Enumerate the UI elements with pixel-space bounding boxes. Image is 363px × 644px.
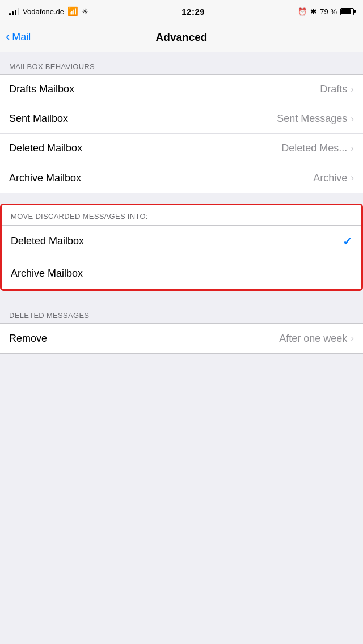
signal-bar-2 <box>12 11 14 15</box>
wifi-icon: 📶 <box>67 6 78 16</box>
drafts-mailbox-label: Drafts Mailbox <box>9 83 74 95</box>
deleted-mailbox-right: Deleted Mes... › <box>281 142 354 154</box>
status-left: Vodafone.de 📶 ✳ <box>9 6 88 16</box>
back-chevron-icon: ‹ <box>6 31 10 43</box>
sent-mailbox-value: Sent Messages <box>277 113 347 125</box>
page-title: Advanced <box>156 31 208 44</box>
deleted-messages-header: DELETED MESSAGES <box>0 301 363 323</box>
deleted-mailbox-option-row[interactable]: Deleted Mailbox ✓ <box>2 226 361 257</box>
archive-mailbox-option-row[interactable]: Archive Mailbox <box>2 257 361 289</box>
battery-container <box>340 8 354 15</box>
drafts-mailbox-row[interactable]: Drafts Mailbox Drafts › <box>0 75 363 104</box>
deleted-chevron-icon: › <box>351 143 354 154</box>
remove-label: Remove <box>9 333 47 345</box>
remove-right: After one week › <box>279 333 354 345</box>
archive-mailbox-right: Archive › <box>313 172 354 184</box>
deleted-mailbox-option-label: Deleted Mailbox <box>11 235 84 247</box>
checkmark-icon: ✓ <box>343 235 352 248</box>
move-discarded-section: MOVE DISCARDED MESSAGES INTO: Deleted Ma… <box>0 204 363 291</box>
signal-bar-3 <box>15 10 16 15</box>
alarm-icon: ⏰ <box>298 7 307 16</box>
drafts-chevron-icon: › <box>351 84 354 95</box>
battery-icon <box>340 8 354 15</box>
back-button[interactable]: ‹ Mail <box>6 31 31 43</box>
sent-mailbox-label: Sent Mailbox <box>9 113 68 125</box>
bluetooth-icon: ✱ <box>310 7 316 16</box>
archive-chevron-icon: › <box>351 172 354 184</box>
sent-mailbox-right: Sent Messages › <box>277 113 354 125</box>
battery-percent-label: 79 % <box>320 7 337 16</box>
status-bar: Vodafone.de 📶 ✳ 12:29 ⏰ ✱ 79 % <box>0 0 363 23</box>
nav-bar: ‹ Mail Advanced <box>0 23 363 52</box>
archive-mailbox-value: Archive <box>313 172 347 184</box>
remove-row[interactable]: Remove After one week › <box>0 324 363 353</box>
archive-mailbox-row[interactable]: Archive Mailbox Archive › <box>0 163 363 193</box>
signal-bar-4 <box>18 8 19 15</box>
archive-mailbox-option-label: Archive Mailbox <box>11 268 83 279</box>
mailbox-behaviours-header: MAILBOX BEHAVIOURS <box>0 52 363 74</box>
status-right: ⏰ ✱ 79 % <box>298 7 354 16</box>
move-discarded-header: MOVE DISCARDED MESSAGES INTO: <box>2 205 361 226</box>
move-discarded-group: Deleted Mailbox ✓ Archive Mailbox <box>2 226 361 289</box>
drafts-mailbox-right: Drafts › <box>320 83 354 95</box>
remove-value: After one week <box>279 333 347 345</box>
battery-fill <box>341 9 351 14</box>
drafts-mailbox-value: Drafts <box>320 83 347 95</box>
signal-bars <box>9 7 19 15</box>
deleted-mailbox-label: Deleted Mailbox <box>9 142 82 154</box>
carrier-label: Vodafone.de <box>23 7 64 16</box>
spacer-2 <box>0 291 363 301</box>
deleted-mailbox-row[interactable]: Deleted Mailbox Deleted Mes... › <box>0 134 363 163</box>
mailbox-behaviours-group: Drafts Mailbox Drafts › Sent Mailbox Sen… <box>0 74 363 193</box>
sent-mailbox-row[interactable]: Sent Mailbox Sent Messages › <box>0 104 363 134</box>
loading-icon: ✳ <box>82 7 88 16</box>
archive-mailbox-label: Archive Mailbox <box>9 172 81 184</box>
remove-chevron-icon: › <box>351 333 354 344</box>
signal-bar-1 <box>9 13 11 15</box>
deleted-messages-group: Remove After one week › <box>0 323 363 354</box>
sent-chevron-icon: › <box>351 113 354 125</box>
deleted-mailbox-value: Deleted Mes... <box>281 142 347 154</box>
spacer-1 <box>0 193 363 204</box>
status-time: 12:29 <box>182 7 205 16</box>
back-label: Mail <box>12 31 31 43</box>
